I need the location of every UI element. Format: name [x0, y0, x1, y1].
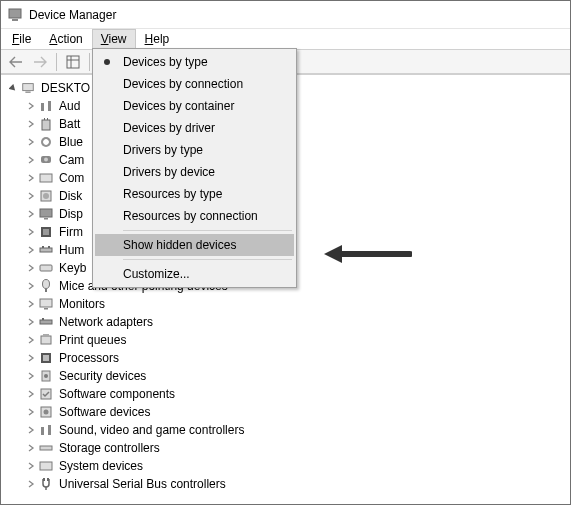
tree-item[interactable]: Universal Serial Bus controllers [7, 475, 570, 493]
menu-separator-2 [123, 259, 292, 260]
expand-icon[interactable] [25, 352, 37, 364]
expand-icon[interactable] [25, 406, 37, 418]
menu-devices-by-driver[interactable]: Devices by driver [95, 117, 294, 139]
expand-icon[interactable] [25, 334, 37, 346]
device-icon [38, 224, 54, 240]
expand-icon[interactable] [25, 244, 37, 256]
back-button[interactable] [5, 52, 27, 72]
tree-item-label: Disp [59, 207, 83, 221]
svg-rect-9 [41, 103, 44, 111]
expand-icon[interactable] [25, 262, 37, 274]
app-icon [7, 7, 23, 23]
device-icon [38, 368, 54, 384]
tree-item[interactable]: Network adapters [7, 313, 570, 331]
svg-rect-47 [43, 478, 45, 481]
expand-icon[interactable] [25, 172, 37, 184]
titlebar[interactable]: Device Manager [1, 1, 570, 29]
tree-item-label: Aud [59, 99, 80, 113]
device-icon [38, 386, 54, 402]
device-icon [38, 422, 54, 438]
expand-icon[interactable] [25, 100, 37, 112]
tree-item[interactable]: Security devices [7, 367, 570, 385]
svg-rect-37 [43, 355, 49, 361]
expand-icon[interactable] [25, 118, 37, 130]
device-icon [38, 404, 54, 420]
expand-icon[interactable] [25, 388, 37, 400]
expand-icon[interactable] [25, 208, 37, 220]
device-icon [38, 440, 54, 456]
tree-item[interactable]: Software devices [7, 403, 570, 421]
device-icon [38, 188, 54, 204]
tree-item-label: Software devices [59, 405, 150, 419]
tree-item[interactable]: Storage controllers [7, 439, 570, 457]
toolbar-separator [56, 53, 57, 71]
tree-item-label: Firm [59, 225, 83, 239]
expand-icon[interactable] [25, 280, 37, 292]
device-icon [38, 242, 54, 258]
device-icon [38, 134, 54, 150]
svg-point-42 [44, 410, 49, 415]
expand-icon[interactable] [25, 298, 37, 310]
menu-devices-by-connection[interactable]: Devices by connection [95, 73, 294, 95]
menu-resources-by-type[interactable]: Resources by type [95, 183, 294, 205]
svg-rect-27 [40, 265, 52, 271]
svg-rect-2 [67, 56, 79, 68]
device-icon [38, 98, 54, 114]
expand-icon[interactable] [25, 226, 37, 238]
svg-rect-48 [47, 478, 49, 481]
menu-action-label: ction [57, 32, 82, 46]
expand-icon[interactable] [25, 370, 37, 382]
menu-action[interactable]: Action [40, 29, 91, 49]
device-icon [38, 458, 54, 474]
collapse-icon[interactable] [7, 82, 19, 94]
menu-help[interactable]: Help [136, 29, 179, 49]
svg-point-16 [44, 158, 48, 162]
bullet-icon [104, 59, 110, 65]
svg-rect-7 [23, 84, 34, 91]
svg-rect-20 [40, 209, 52, 217]
expand-icon[interactable] [25, 424, 37, 436]
tree-root-label: DESKTO [41, 81, 90, 95]
menu-customize[interactable]: Customize... [95, 263, 294, 285]
device-icon [38, 332, 54, 348]
menu-resources-by-connection[interactable]: Resources by connection [95, 205, 294, 227]
tree-item[interactable]: Software components [7, 385, 570, 403]
expand-icon[interactable] [25, 478, 37, 490]
menu-devices-by-container[interactable]: Devices by container [95, 95, 294, 117]
device-icon [38, 260, 54, 276]
menu-file[interactable]: File [3, 29, 40, 49]
svg-rect-43 [41, 427, 44, 435]
device-icon [38, 206, 54, 222]
tree-item[interactable]: Processors [7, 349, 570, 367]
forward-button[interactable] [29, 52, 51, 72]
menu-devices-by-type[interactable]: Devices by type [95, 51, 294, 73]
tree-item[interactable]: System devices [7, 457, 570, 475]
svg-rect-26 [48, 246, 50, 248]
svg-rect-32 [40, 320, 52, 324]
menu-show-hidden-devices[interactable]: Show hidden devices [95, 234, 294, 256]
expand-icon[interactable] [25, 460, 37, 472]
menu-drivers-by-type[interactable]: Drivers by type [95, 139, 294, 161]
tree-item[interactable]: Sound, video and game controllers [7, 421, 570, 439]
expand-icon[interactable] [25, 190, 37, 202]
expand-icon[interactable] [25, 154, 37, 166]
tree-item-label: Security devices [59, 369, 146, 383]
tree-item[interactable]: Print queues [7, 331, 570, 349]
show-hide-tree-button[interactable] [62, 52, 84, 72]
menu-drivers-by-device[interactable]: Drivers by device [95, 161, 294, 183]
toolbar-separator-2 [89, 53, 90, 71]
svg-rect-10 [48, 101, 51, 111]
svg-point-39 [44, 374, 48, 378]
tree-item[interactable]: Monitors [7, 295, 570, 313]
expand-icon[interactable] [25, 316, 37, 328]
tree-item-label: Processors [59, 351, 119, 365]
svg-rect-11 [42, 120, 50, 130]
svg-rect-45 [40, 446, 52, 450]
svg-point-19 [43, 193, 49, 199]
expand-icon[interactable] [25, 136, 37, 148]
svg-rect-46 [40, 462, 52, 470]
svg-point-28 [43, 280, 50, 289]
menu-view[interactable]: View [92, 29, 136, 49]
expand-icon[interactable] [25, 442, 37, 454]
menu-help-label: elp [153, 32, 169, 46]
